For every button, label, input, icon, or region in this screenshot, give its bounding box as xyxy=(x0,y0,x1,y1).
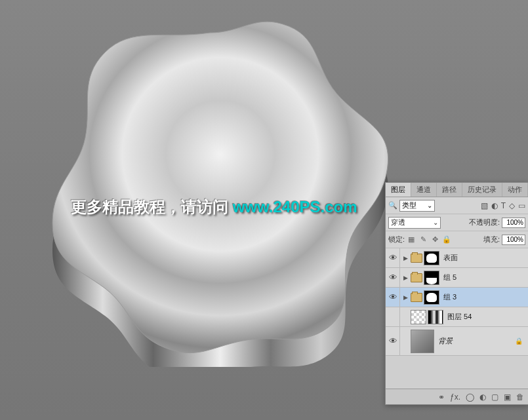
layer-row-group5[interactable]: 👁 ▶ 组 5 xyxy=(386,268,528,288)
lock-fill-row: 锁定: ▦ ✎ ✥ 🔒 填充: xyxy=(386,231,528,248)
filter-smart-icon[interactable]: ▭ xyxy=(518,201,525,210)
folder-icon xyxy=(411,273,422,282)
layer-row-layer54[interactable]: 图层 54 xyxy=(386,307,528,327)
visibility-toggle[interactable] xyxy=(387,307,400,326)
folder-icon xyxy=(411,254,422,263)
tab-layers[interactable]: 图层 xyxy=(386,183,411,197)
blend-mode-dropdown[interactable]: 穿透 xyxy=(388,217,441,229)
watermark-text: 更多精品教程，请访问 www.240PS.com xyxy=(71,197,357,218)
layer-name-label[interactable]: 背景 xyxy=(438,336,453,346)
lock-indicator-icon: 🔒 xyxy=(515,337,523,345)
folder-icon xyxy=(411,293,422,302)
layer-row-surface[interactable]: 👁 ▶ 表面 xyxy=(386,248,528,268)
filter-kind-dropdown[interactable]: 类型 xyxy=(399,200,435,212)
visibility-toggle[interactable]: 👁 xyxy=(387,327,400,355)
layer-row-background[interactable]: 👁 背景 🔒 xyxy=(386,327,528,356)
lock-label: 锁定: xyxy=(388,235,405,244)
layer-name-label[interactable]: 图层 54 xyxy=(447,312,472,322)
layer-thumb[interactable] xyxy=(411,310,426,324)
expand-toggle[interactable]: ▶ xyxy=(401,255,409,261)
layer-list-empty-area[interactable] xyxy=(386,356,528,389)
layer-mask-thumb[interactable] xyxy=(424,290,439,305)
visibility-toggle[interactable]: 👁 xyxy=(387,268,400,287)
layer-mask-thumb[interactable] xyxy=(428,310,443,324)
tab-paths[interactable]: 路径 xyxy=(437,183,462,197)
layer-fx-icon[interactable]: ƒx. xyxy=(450,392,460,402)
visibility-toggle[interactable]: 👁 xyxy=(387,288,400,307)
filter-shape-icon[interactable]: ◇ xyxy=(509,201,515,210)
panel-tab-bar: 图层 通道 路径 历史记录 动作 xyxy=(386,183,528,197)
opacity-input[interactable] xyxy=(502,218,525,228)
expand-toggle[interactable]: ▶ xyxy=(401,294,409,301)
layer-thumb[interactable] xyxy=(411,330,434,353)
fill-label: 填充: xyxy=(483,235,500,244)
lock-all-icon[interactable]: 🔒 xyxy=(442,235,451,244)
layer-name-label[interactable]: 组 5 xyxy=(443,273,457,282)
link-layers-icon[interactable]: ⚭ xyxy=(438,392,445,402)
visibility-toggle[interactable]: 👁 xyxy=(387,248,400,267)
lock-position-icon[interactable]: ✥ xyxy=(430,235,439,244)
new-fill-adjust-icon[interactable]: ◐ xyxy=(479,392,486,402)
tab-actions[interactable]: 动作 xyxy=(502,183,528,197)
opacity-label: 不透明度: xyxy=(469,218,500,227)
rendered-3d-object xyxy=(26,0,394,367)
search-icon: 🔍 xyxy=(388,201,397,210)
lock-pixels-icon[interactable]: ✎ xyxy=(418,235,428,244)
layer-row-group3[interactable]: 👁 ▶ 组 3 xyxy=(386,288,528,307)
filter-type-icon[interactable]: T xyxy=(501,201,506,210)
tab-history[interactable]: 历史记录 xyxy=(462,183,502,197)
layers-panel: 图层 通道 路径 历史记录 动作 🔍 类型 ▧ ◐ T ◇ ▭ 穿透 不透明度:… xyxy=(385,182,528,405)
layers-panel-footer: ⚭ ƒx. ◯ ◐ ▢ ▣ 🗑 xyxy=(386,389,528,404)
layer-mask-thumb[interactable] xyxy=(424,271,439,285)
lock-transparency-icon[interactable]: ▦ xyxy=(407,235,416,244)
expand-toggle[interactable]: ▶ xyxy=(401,275,409,281)
filter-row: 🔍 类型 ▧ ◐ T ◇ ▭ xyxy=(386,197,528,214)
new-layer-icon[interactable]: ▣ xyxy=(504,392,511,402)
layer-mask-thumb[interactable] xyxy=(424,251,439,265)
tab-channels[interactable]: 通道 xyxy=(411,183,437,197)
filter-adjust-icon[interactable]: ◐ xyxy=(491,201,498,210)
layer-name-label[interactable]: 组 3 xyxy=(443,292,457,302)
filter-pixel-icon[interactable]: ▧ xyxy=(481,201,488,210)
layer-list: 👁 ▶ 表面 👁 ▶ 组 5 👁 ▶ 组 3 图层 54 xyxy=(386,248,528,389)
delete-layer-icon[interactable]: 🗑 xyxy=(516,392,524,402)
blend-opacity-row: 穿透 不透明度: xyxy=(386,214,528,231)
layer-name-label[interactable]: 表面 xyxy=(443,253,458,263)
fill-input[interactable] xyxy=(502,235,525,245)
add-mask-icon[interactable]: ◯ xyxy=(466,392,474,402)
new-group-icon[interactable]: ▢ xyxy=(491,392,498,402)
